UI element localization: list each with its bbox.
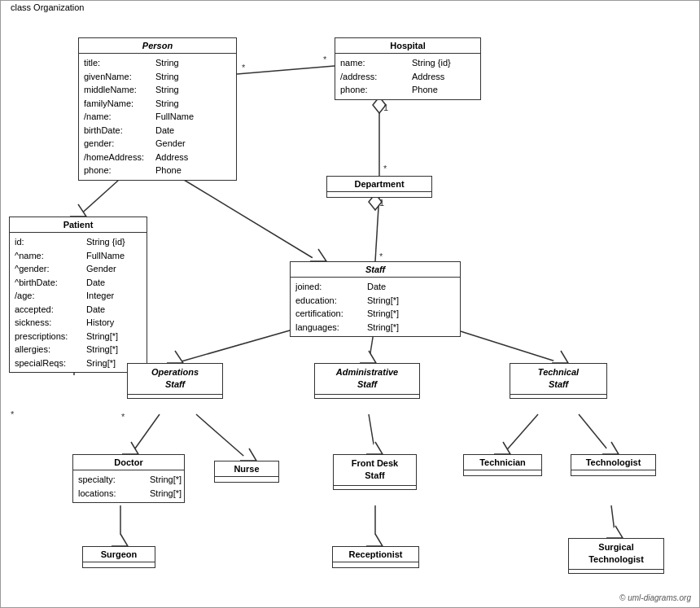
- surgical-technologist-class: SurgicalTechnologist: [568, 538, 664, 574]
- svg-text:*: *: [383, 164, 387, 173]
- operations-staff-class: OperationsStaff: [127, 363, 223, 399]
- front-desk-staff-title: Front DeskStaff: [334, 455, 416, 486]
- receptionist-title: Receptionist: [333, 547, 418, 562]
- svg-line-20: [579, 414, 611, 454]
- nurse-title: Nurse: [215, 461, 278, 477]
- svg-line-16: [131, 414, 160, 454]
- patient-title: Patient: [10, 217, 147, 233]
- diagram-title: class Organization: [7, 2, 88, 12]
- person-title: Person: [79, 38, 236, 54]
- front-desk-staff-class: Front DeskStaff: [333, 454, 417, 490]
- hospital-title: Hospital: [335, 38, 480, 54]
- person-class: Person title:String givenName:String mid…: [78, 37, 237, 181]
- svg-line-17: [196, 414, 249, 461]
- copyright: © uml-diagrams.org: [619, 593, 691, 602]
- svg-line-6: [375, 194, 379, 261]
- surgeon-class: Surgeon: [82, 546, 155, 568]
- svg-text:*: *: [11, 409, 15, 419]
- svg-text:1: 1: [379, 198, 384, 208]
- svg-line-10: [237, 66, 335, 74]
- receptionist-class: Receptionist: [332, 546, 419, 568]
- svg-text:*: *: [121, 412, 125, 422]
- administrative-staff-class: AdministrativeStaff: [314, 363, 420, 399]
- svg-line-0: [78, 180, 119, 217]
- person-attrs: title:String givenName:String middleName…: [79, 54, 236, 180]
- technician-title: Technician: [464, 455, 541, 470]
- department-class: Department: [326, 176, 432, 198]
- staff-title: Staff: [291, 262, 460, 278]
- svg-text:*: *: [242, 63, 246, 72]
- nurse-class: Nurse: [214, 461, 279, 483]
- doctor-attrs: specialty:String[*] locations:String[*]: [73, 470, 184, 502]
- department-title: Department: [327, 177, 431, 192]
- surgeon-title: Surgeon: [83, 547, 155, 562]
- svg-text:1: 1: [383, 103, 388, 112]
- technologist-title: Technologist: [571, 455, 655, 470]
- technician-class: Technician: [463, 454, 542, 476]
- svg-line-19: [503, 414, 538, 454]
- operations-staff-title: OperationsStaff: [128, 364, 222, 395]
- doctor-title: Doctor: [73, 455, 184, 470]
- technical-staff-title: TechnicalStaff: [510, 364, 606, 395]
- svg-text:*: *: [379, 252, 383, 261]
- hospital-class: Hospital name:String {id} /address:Addre…: [335, 37, 481, 100]
- svg-line-1: [184, 180, 318, 261]
- administrative-staff-title: AdministrativeStaff: [315, 364, 419, 395]
- technologist-class: Technologist: [571, 454, 656, 476]
- svg-text:*: *: [323, 55, 327, 64]
- surgical-technologist-title: SurgicalTechnologist: [569, 539, 663, 570]
- technical-staff-class: TechnicalStaff: [510, 363, 607, 399]
- patient-class: Patient id:String {id} ^name:FullName ^g…: [9, 217, 147, 373]
- hospital-attrs: name:String {id} /address:Address phone:…: [335, 54, 480, 99]
- staff-attrs: joined:Date education:String[*] certific…: [291, 278, 460, 336]
- patient-attrs: id:String {id} ^name:FullName ^gender:Ge…: [10, 233, 147, 372]
- staff-class: Staff joined:Date education:String[*] ce…: [290, 261, 461, 337]
- doctor-class: Doctor specialty:String[*] locations:Str…: [72, 454, 185, 503]
- svg-line-23: [611, 505, 615, 538]
- svg-line-18: [369, 414, 375, 454]
- diagram-container: class Organization * 1 1 * * *: [0, 0, 700, 608]
